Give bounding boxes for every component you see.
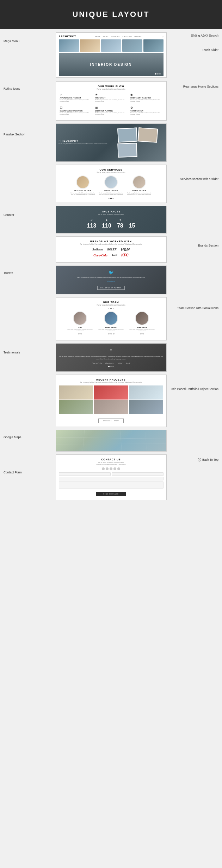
hero-dot-1[interactable] xyxy=(155,73,156,75)
parallax-section-preview: PHILOSOPHY Far far away, behind the word… xyxy=(56,123,167,162)
social-icon-3b[interactable] xyxy=(142,333,144,334)
nav-home[interactable]: HOME xyxy=(95,36,100,38)
contact-message-textarea[interactable] xyxy=(59,481,164,489)
services-annotation-row: Services section with a slider OUR SERVI… xyxy=(0,163,222,205)
service-item-2: STORE DESIGN Far far away, behind the wo… xyxy=(99,175,123,196)
map-roads-svg xyxy=(56,430,166,452)
testimonial-text: Far far away, behind the word mountains,… xyxy=(59,356,164,360)
testimonials-section-preview: " Far far away, behind the word mountain… xyxy=(56,343,167,372)
hero-dot-2[interactable] xyxy=(157,73,159,75)
project-thumb-6 xyxy=(129,400,164,414)
contact-email-input[interactable] xyxy=(112,472,164,476)
tweets-annotation-row: Tweets 🐦 @AFlThemetweeter contact us at … xyxy=(0,264,222,295)
contact-annotation-row: Contact Form ↑ Back To Top CONTACT US Fa… xyxy=(0,453,222,502)
contact-socials xyxy=(59,467,164,470)
svg-line-3 xyxy=(120,430,122,452)
social-icon-3a[interactable] xyxy=(140,333,142,334)
team-name-3: TOM SMITH xyxy=(128,326,156,328)
social-icon-2a[interactable] xyxy=(108,333,110,334)
workflow-section-preview: OUR WORK FLOW Far far away, behind the w… xyxy=(56,81,167,121)
workflow-label-5: EXECUTION PLANNING xyxy=(95,110,127,112)
service-item-1: INTERIOR DESIGN Far far away, behind the… xyxy=(70,175,95,196)
counter-section-preview: TRUE FACTS Far far away, behind the word… xyxy=(56,206,167,234)
t-brand-1: Coca-Cola xyxy=(92,362,102,364)
service-name-3: HOTEL DESIGN xyxy=(127,190,152,192)
project-thumb-5 xyxy=(94,400,128,414)
contact-name-input[interactable] xyxy=(59,472,111,476)
tweet-link[interactable]: #Fiverteens xyxy=(59,280,164,282)
testimonial-brands: Coca-Cola Radisson H&M Audi xyxy=(59,362,164,364)
social-icon-2c[interactable] xyxy=(113,333,115,334)
google-maps-label: Google Maps xyxy=(4,435,21,439)
services-dot-3[interactable] xyxy=(112,198,114,199)
testimonial-dots xyxy=(59,366,164,367)
nav-contact[interactable]: CONTACT xyxy=(134,36,142,38)
counter-sub: Far far away, behind the word mountains xyxy=(59,213,164,215)
services-dot-1[interactable] xyxy=(108,198,110,199)
sliding-ajax-label: Sliding AJAX Search xyxy=(191,34,218,38)
tweets-label: Tweets xyxy=(4,271,13,275)
back-to-top-circle-icon[interactable]: ↑ xyxy=(198,458,201,461)
contact-social-4[interactable] xyxy=(113,467,116,470)
workflow-item-2: ★ FIRST DRAFT Far far away, behind the w… xyxy=(94,92,128,104)
nav-links: HOME ABOUT SERVICES PORTFOLIO CONTACT xyxy=(95,36,142,38)
workflow-label-1: ANALYZING THE PROBLEM xyxy=(60,97,92,99)
maps-annotation-row: Google Maps xyxy=(0,428,222,453)
hero-dot-3[interactable] xyxy=(159,73,161,75)
social-icon-1a[interactable] xyxy=(78,333,80,334)
contact-social-3[interactable] xyxy=(110,467,112,470)
testimonials-annotation-row: Testimonials " Far far away, behind the … xyxy=(0,342,222,373)
workflow-icon-6: ⚙ xyxy=(130,106,162,109)
parallax-annotation-row: Parallax Section PHILOSOPHY Far far away… xyxy=(0,122,222,163)
contact-section-preview: CONTACT US Far far away, behind the word… xyxy=(56,454,167,500)
workflow-section: OUR WORK FLOW Far far away, behind the w… xyxy=(56,82,166,120)
services-dot-2[interactable] xyxy=(110,198,112,199)
svg-line-1 xyxy=(56,443,166,444)
social-icon-2b[interactable] xyxy=(110,333,112,334)
brand-cocacola: Coca-Cola xyxy=(93,254,107,257)
browse-all-work-button[interactable]: BROWSE ALL WORK xyxy=(98,419,124,423)
contact-submit-button[interactable]: SEND MESSAGE xyxy=(96,492,126,496)
contact-form-label: Contact Form xyxy=(4,471,22,474)
team-desc-3: Far far away, behind the word mountains,… xyxy=(128,329,156,332)
team-avatar-1 xyxy=(73,311,87,325)
nav-portfolio[interactable]: PORTFOLIO xyxy=(122,36,132,38)
social-icon-1b[interactable] xyxy=(80,333,82,334)
projects-sub: Far far away, behind the word mountains … xyxy=(59,382,164,383)
t-dot-1[interactable] xyxy=(108,366,110,367)
contact-social-5[interactable] xyxy=(117,467,120,470)
maps-section-preview xyxy=(56,430,167,452)
team-desc-1: Far far away, behind the word mountains,… xyxy=(66,329,94,332)
nav-services[interactable]: SERVICES xyxy=(111,36,119,38)
parallax-photo-3 xyxy=(117,143,137,158)
counter-label: Counter xyxy=(4,213,14,217)
brands-title: BRANDS WE WORKED WITH xyxy=(59,240,164,243)
contact-social-2[interactable] xyxy=(106,467,109,470)
follow-twitter-button[interactable]: FOLLOW US ON TWITTER xyxy=(97,286,124,290)
contact-social-1[interactable] xyxy=(102,467,105,470)
contact-form xyxy=(59,472,164,489)
testimonials-section: " Far far away, behind the word mountain… xyxy=(56,344,166,371)
t-dot-3[interactable] xyxy=(112,366,114,367)
sep-dot-2 xyxy=(110,308,112,309)
t-dot-2[interactable] xyxy=(110,366,112,367)
contact-subject-input[interactable] xyxy=(59,477,164,480)
t-brand-4: Audi xyxy=(126,362,130,364)
service-desc-3: Far far away, behind the word mountains,… xyxy=(127,192,152,196)
contact-info: Far far away, behind the word mountains … xyxy=(59,461,164,466)
workflow-icon-4: ☐ xyxy=(60,106,92,109)
workflow-item-4: ☐ SECOND CLIENT VALIDATION Far far away,… xyxy=(59,105,93,117)
counter-icon-4: + xyxy=(129,218,135,222)
hero-banner: INTERIOR DESIGN xyxy=(59,53,164,76)
footer-spacer xyxy=(0,502,222,509)
service-name-2: STORE DESIGN xyxy=(99,190,123,192)
search-icon[interactable]: ⌕ xyxy=(162,35,164,38)
nav-about[interactable]: ABOUT xyxy=(103,36,109,38)
team-socials-3 xyxy=(128,333,156,334)
team-member-1: KIM Far far away, behind the word mounta… xyxy=(66,311,94,334)
back-to-top-annotation: ↑ Back To Top xyxy=(198,458,218,461)
counter-section: TRUE FACTS Far far away, behind the word… xyxy=(56,206,166,233)
retina-icons-arrow xyxy=(25,88,37,88)
tweet-text: @AFlThemetweeter contact us at support@a… xyxy=(59,276,164,279)
brand-hm: H&M xyxy=(121,247,130,251)
